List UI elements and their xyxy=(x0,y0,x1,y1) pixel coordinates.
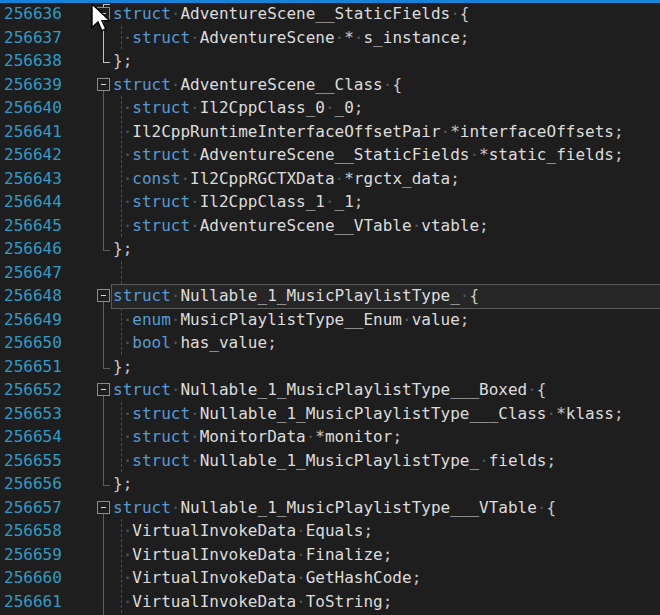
code-text: struct·Nullable_1_MusicPlaylistType___Bo… xyxy=(113,378,547,402)
code-line[interactable]: 256649 ·enum·MusicPlaylistType__Enum·val… xyxy=(0,308,660,332)
code-line[interactable]: 256654 ·struct·MonitorData·*monitor; xyxy=(0,425,660,449)
code-line[interactable]: 256651}; xyxy=(0,355,660,379)
code-text: }; xyxy=(113,49,132,73)
line-number: 256647 xyxy=(4,261,62,285)
code-line[interactable]: 256659 ·VirtualInvokeData·Finalize; xyxy=(0,543,660,567)
code-text: ·struct·AdventureScene__StaticFields·*st… xyxy=(113,143,624,167)
code-text: ·VirtualInvokeData·GetHashCode; xyxy=(113,566,421,590)
code-line[interactable]: 256647 xyxy=(0,261,660,285)
line-number: 256652 xyxy=(4,378,62,402)
line-number: 256642 xyxy=(4,143,62,167)
line-number: 256649 xyxy=(4,308,62,332)
line-number: 256645 xyxy=(4,214,62,238)
code-line[interactable]: 256652struct·Nullable_1_MusicPlaylistTyp… xyxy=(0,378,660,402)
code-line[interactable]: 256650 ·bool·has_value; xyxy=(0,331,660,355)
code-text: ·const·Il2CppRGCTXData·*rgctx_data; xyxy=(113,167,460,191)
line-number: 256638 xyxy=(4,49,62,73)
line-number: 256639 xyxy=(4,73,62,97)
line-number: 256640 xyxy=(4,96,62,120)
code-text: ·VirtualInvokeData·Equals; xyxy=(113,519,373,543)
code-text: ·struct·MonitorData·*monitor; xyxy=(113,425,402,449)
code-text: }; xyxy=(113,355,132,379)
line-number: 256655 xyxy=(4,449,62,473)
code-line[interactable]: 256657struct·Nullable_1_MusicPlaylistTyp… xyxy=(0,496,660,520)
code-text: struct·AdventureScene__StaticFields·{ xyxy=(113,2,469,26)
code-line[interactable]: 256644 ·struct·Il2CppClass_1·_1; xyxy=(0,190,660,214)
line-number: 256661 xyxy=(4,590,62,614)
code-text: struct·AdventureScene__Class·{ xyxy=(113,73,402,97)
mouse-cursor-icon xyxy=(91,3,115,37)
code-text: ·struct·AdventureScene·*·s_instance; xyxy=(113,26,469,50)
code-text: }; xyxy=(113,237,132,261)
code-text: ·enum·MusicPlaylistType__Enum·value; xyxy=(113,308,469,332)
code-text: ·Il2CppRuntimeInterfaceOffsetPair·*inter… xyxy=(113,120,624,144)
line-number: 256637 xyxy=(4,26,62,50)
line-number: 256651 xyxy=(4,355,62,379)
code-line[interactable]: 256653 ·struct·Nullable_1_MusicPlaylistT… xyxy=(0,402,660,426)
line-number: 256648 xyxy=(4,284,62,308)
code-lines: 256636struct·AdventureScene__StaticField… xyxy=(0,2,660,615)
line-number: 256659 xyxy=(4,543,62,567)
code-text: ·struct·AdventureScene__VTable·vtable; xyxy=(113,214,489,238)
line-number: 256644 xyxy=(4,190,62,214)
code-text: ·struct·Il2CppClass_0·_0; xyxy=(113,96,363,120)
code-line[interactable]: 256658 ·VirtualInvokeData·Equals; xyxy=(0,519,660,543)
line-number: 256646 xyxy=(4,237,62,261)
code-text: ·bool·has_value; xyxy=(113,331,277,355)
code-text: ·VirtualInvokeData·Finalize; xyxy=(113,543,392,567)
code-text: ·struct·Nullable_1_MusicPlaylistType___C… xyxy=(113,402,624,426)
line-number: 256643 xyxy=(4,167,62,191)
line-number: 256641 xyxy=(4,120,62,144)
code-line[interactable]: 256642 ·struct·AdventureScene__StaticFie… xyxy=(0,143,660,167)
code-text: ·VirtualInvokeData·ToString; xyxy=(113,590,392,614)
line-number: 256636 xyxy=(4,2,62,26)
code-line[interactable]: 256648struct·Nullable_1_MusicPlaylistTyp… xyxy=(0,284,660,308)
code-line[interactable]: 256638}; xyxy=(0,49,660,73)
code-editor[interactable]: 256636struct·AdventureScene__StaticField… xyxy=(0,0,660,615)
line-number: 256656 xyxy=(4,472,62,496)
line-number: 256654 xyxy=(4,425,62,449)
code-line[interactable]: 256639struct·AdventureScene__Class·{ xyxy=(0,73,660,97)
code-text: ·struct·Nullable_1_MusicPlaylistType_·fi… xyxy=(113,449,556,473)
line-number: 256660 xyxy=(4,566,62,590)
code-line[interactable]: 256641 ·Il2CppRuntimeInterfaceOffsetPair… xyxy=(0,120,660,144)
code-line[interactable]: 256643 ·const·Il2CppRGCTXData·*rgctx_dat… xyxy=(0,167,660,191)
line-number: 256653 xyxy=(4,402,62,426)
code-text: }; xyxy=(113,472,132,496)
code-line[interactable]: 256660 ·VirtualInvokeData·GetHashCode; xyxy=(0,566,660,590)
line-number: 256658 xyxy=(4,519,62,543)
code-line[interactable]: 256645 ·struct·AdventureScene__VTable·vt… xyxy=(0,214,660,238)
line-number: 256657 xyxy=(4,496,62,520)
code-text: ·struct·Il2CppClass_1·_1; xyxy=(113,190,363,214)
code-line[interactable]: 256656}; xyxy=(0,472,660,496)
code-line[interactable]: 256655 ·struct·Nullable_1_MusicPlaylistT… xyxy=(0,449,660,473)
code-line[interactable]: 256646}; xyxy=(0,237,660,261)
code-text: struct·Nullable_1_MusicPlaylistType_·{ xyxy=(113,284,479,308)
code-text: struct·Nullable_1_MusicPlaylistType___VT… xyxy=(113,496,556,520)
code-line[interactable]: 256640 ·struct·Il2CppClass_0·_0; xyxy=(0,96,660,120)
code-line[interactable]: 256661 ·VirtualInvokeData·ToString; xyxy=(0,590,660,614)
line-number: 256650 xyxy=(4,331,62,355)
